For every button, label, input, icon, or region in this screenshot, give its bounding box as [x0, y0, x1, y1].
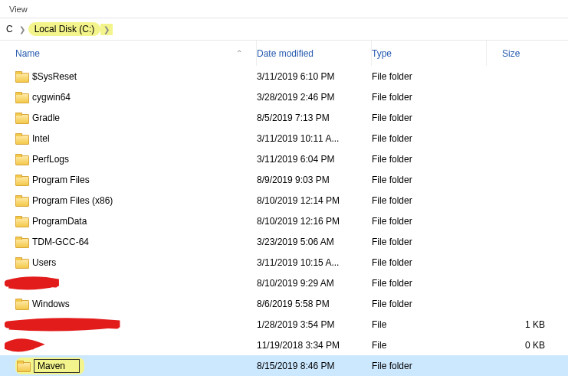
- cell-name: $SysReset: [0, 71, 257, 82]
- file-name-label: Windows: [32, 299, 70, 309]
- cell-name: TDM-GCC-64: [0, 237, 257, 247]
- table-row[interactable]: PerfLogs3/11/2019 6:04 PMFile folder: [0, 149, 568, 169]
- folder-icon: [15, 299, 28, 309]
- header-name[interactable]: Name ⌃: [0, 41, 257, 66]
- file-name-label: PerfLogs: [32, 154, 69, 165]
- cell-date: 8/15/2019 8:46 PM: [257, 361, 372, 371]
- folder-icon: [15, 216, 28, 227]
- sort-indicator-icon: ⌃: [236, 49, 256, 57]
- cell-type: File: [372, 340, 487, 351]
- file-name-label: $SysReset: [32, 71, 77, 82]
- file-name-label: cygwin64: [32, 92, 71, 103]
- cell-date: 11/19/2018 3:34 PM: [257, 340, 372, 351]
- table-row[interactable]: Program Files (x86)8/10/2019 12:14 PMFil…: [0, 190, 568, 211]
- cell-date: 3/11/2019 6:10 PM: [257, 71, 372, 82]
- file-list: $SysReset3/11/2019 6:10 PMFile foldercyg…: [0, 66, 568, 376]
- cell-date: 8/6/2019 5:58 PM: [257, 299, 372, 309]
- breadcrumb-current[interactable]: Local Disk (C:): [28, 22, 101, 36]
- folder-icon: [15, 113, 28, 123]
- cell-type: File folder: [372, 278, 487, 289]
- cell-name: Gradle: [0, 113, 257, 123]
- cell-type: File folder: [372, 237, 487, 247]
- cell-date: 3/28/2019 2:46 PM: [257, 92, 372, 103]
- header-size-label: Size: [502, 48, 520, 59]
- table-row[interactable]: $SysReset3/11/2019 6:10 PMFile folder: [0, 66, 568, 87]
- folder-icon: [15, 237, 28, 247]
- table-row[interactable]: 1/28/2019 3:54 PMFile1 KB: [0, 314, 568, 335]
- cell-type: File folder: [372, 257, 487, 268]
- ribbon-tabs: View: [0, 0, 568, 18]
- cell-type: File folder: [372, 154, 487, 165]
- file-name-label: Program Files (x86): [32, 195, 113, 206]
- cell-type: File folder: [372, 195, 487, 206]
- cell-date: 1/28/2019 3:54 PM: [257, 319, 372, 330]
- chevron-right-icon: ❯: [16, 25, 28, 34]
- cell-type: File folder: [372, 175, 487, 185]
- table-row[interactable]: ProgramData8/10/2019 12:16 PMFile folder: [0, 211, 568, 231]
- table-row[interactable]: Maven8/15/2019 8:46 PMFile folder: [0, 355, 568, 376]
- chevron-right-icon: ❯: [100, 24, 113, 35]
- redaction-mark: [8, 340, 46, 351]
- cell-name: Intel: [0, 133, 257, 144]
- table-row[interactable]: 8/10/2019 9:29 AMFile folder: [0, 273, 568, 293]
- rename-input[interactable]: Maven: [34, 359, 80, 373]
- redaction-mark: [8, 278, 69, 289]
- cell-name: Program Files (x86): [0, 195, 257, 206]
- cell-date: 8/9/2019 9:03 PM: [257, 175, 372, 185]
- cell-date: 8/10/2019 9:29 AM: [257, 278, 372, 289]
- file-name-label: ProgramData: [32, 216, 87, 227]
- cell-name: [0, 319, 257, 330]
- cell-type: File folder: [372, 133, 487, 144]
- cell-name: PerfLogs: [0, 154, 257, 165]
- file-name-label: Program Files: [32, 175, 90, 185]
- cell-date: 8/10/2019 12:16 PM: [257, 216, 372, 227]
- cell-name: ProgramData: [0, 216, 257, 227]
- file-name-label: TDM-GCC-64: [32, 237, 89, 247]
- cell-name: Maven: [0, 358, 257, 374]
- table-row[interactable]: Windows8/6/2019 5:58 PMFile folder: [0, 293, 568, 314]
- tab-view[interactable]: View: [5, 3, 32, 15]
- column-headers: Name ⌃ Date modified Type Size: [0, 40, 568, 66]
- breadcrumb-root[interactable]: C: [3, 22, 16, 36]
- folder-icon: [15, 195, 28, 206]
- table-row[interactable]: TDM-GCC-643/23/2019 5:06 AMFile folder: [0, 231, 568, 252]
- cell-name: Users: [0, 257, 257, 268]
- cell-type: File folder: [372, 71, 487, 82]
- cell-size: 0 KB: [487, 340, 568, 351]
- folder-icon: [15, 257, 28, 268]
- folder-icon: [15, 71, 28, 82]
- header-size[interactable]: Size: [487, 41, 568, 66]
- cell-date: 8/5/2019 7:13 PM: [257, 113, 372, 123]
- header-type[interactable]: Type: [372, 41, 487, 66]
- file-name-label: Intel: [32, 133, 50, 144]
- cell-date: 3/11/2019 6:04 PM: [257, 154, 372, 165]
- cell-size: 1 KB: [487, 319, 568, 330]
- cell-date: 3/23/2019 5:06 AM: [257, 237, 372, 247]
- cell-type: File folder: [372, 299, 487, 309]
- cell-type: File folder: [372, 113, 487, 123]
- cell-type: File folder: [372, 92, 487, 103]
- table-row[interactable]: Gradle8/5/2019 7:13 PMFile folder: [0, 107, 568, 128]
- file-name-label: Gradle: [32, 113, 60, 123]
- cell-type: File folder: [372, 216, 487, 227]
- cell-name: [0, 340, 257, 351]
- table-row[interactable]: cygwin643/28/2019 2:46 PMFile folder: [0, 87, 568, 107]
- header-date[interactable]: Date modified: [257, 41, 372, 66]
- table-row[interactable]: Intel3/11/2019 10:11 A...File folder: [0, 128, 568, 149]
- cell-date: 3/11/2019 10:15 A...: [257, 257, 372, 268]
- folder-icon: [15, 133, 28, 144]
- header-type-label: Type: [372, 48, 392, 59]
- table-row[interactable]: 11/19/2018 3:34 PMFile0 KB: [0, 335, 568, 355]
- folder-icon: [17, 361, 29, 371]
- cell-name: Windows: [0, 299, 257, 309]
- table-row[interactable]: Program Files8/9/2019 9:03 PMFile folder: [0, 169, 568, 190]
- cell-date: 8/10/2019 12:14 PM: [257, 195, 372, 206]
- cell-name: Program Files: [0, 175, 257, 185]
- header-date-label: Date modified: [257, 48, 314, 59]
- folder-icon: [15, 154, 28, 165]
- breadcrumb[interactable]: C ❯ Local Disk (C:) ❯: [0, 18, 568, 40]
- cell-date: 3/11/2019 10:11 A...: [257, 133, 372, 144]
- cell-type: File folder: [372, 361, 487, 371]
- cell-type: File: [372, 319, 487, 330]
- table-row[interactable]: Users3/11/2019 10:15 A...File folder: [0, 252, 568, 273]
